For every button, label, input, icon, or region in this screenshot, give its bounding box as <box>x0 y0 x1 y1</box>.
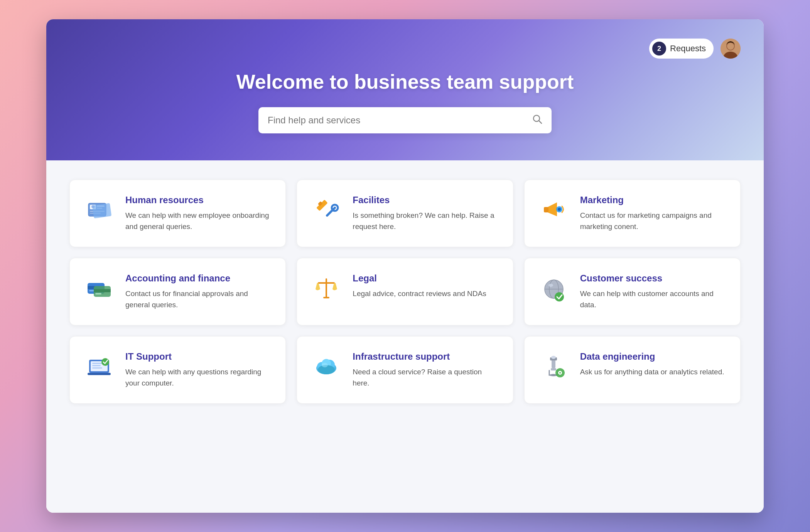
accounting-card-text: Accounting and finance Contact us for fi… <box>125 273 272 310</box>
infra-card-text: Infrastructure support Need a cloud serv… <box>353 351 499 389</box>
data-icon <box>538 351 569 382</box>
main-window: 2 Requests Welcome to business team supp… <box>46 19 764 513</box>
requests-button[interactable]: 2 Requests <box>649 39 714 59</box>
search-input[interactable] <box>268 115 532 126</box>
hr-icon <box>84 195 115 226</box>
marketing-title: Marketing <box>580 195 726 205</box>
it-desc: We can help with any questions regarding… <box>125 367 272 389</box>
svg-rect-40 <box>88 373 111 375</box>
marketing-card-text: Marketing Contact us for marketing campa… <box>580 195 726 232</box>
content-area: Human resources We can help with new emp… <box>46 160 764 513</box>
svg-rect-27 <box>94 289 111 292</box>
card-it[interactable]: IT Support We can help with any question… <box>69 336 286 404</box>
card-customer[interactable]: Customer success We can help with custom… <box>524 258 741 325</box>
svg-rect-14 <box>92 203 111 219</box>
svg-rect-19 <box>544 207 548 212</box>
accounting-icon <box>84 273 115 304</box>
svg-point-21 <box>558 208 561 211</box>
customer-desc: We can help with customer accounts and d… <box>580 288 726 310</box>
marketing-desc: Contact us for marketing campaigns and m… <box>580 210 726 232</box>
data-desc: Ask us for anything data or analytics re… <box>580 367 726 378</box>
svg-rect-43 <box>92 367 102 369</box>
hr-card-text: Human resources We can help with new emp… <box>125 195 272 232</box>
card-hr[interactable]: Human resources We can help with new emp… <box>69 180 286 247</box>
avatar[interactable] <box>721 39 741 59</box>
customer-card-text: Customer success We can help with custom… <box>580 273 726 310</box>
svg-line-5 <box>539 121 542 123</box>
svg-point-36 <box>548 284 553 287</box>
avatar-image <box>721 39 741 59</box>
facilities-icon <box>311 195 342 226</box>
requests-badge: 2 <box>652 42 666 56</box>
facilities-desc: Is something broken? We can help. Raise … <box>353 210 499 232</box>
svg-rect-54 <box>551 368 556 370</box>
search-bar <box>258 107 552 133</box>
svg-rect-15 <box>316 200 328 211</box>
card-facilities[interactable]: Facilites Is something broken? We can he… <box>297 180 513 247</box>
svg-rect-31 <box>323 297 329 298</box>
svg-point-53 <box>551 356 556 359</box>
svg-point-3 <box>727 43 734 50</box>
infra-desc: Need a cloud service? Raise a question h… <box>353 367 499 389</box>
header-topbar: 2 Requests <box>69 39 741 59</box>
card-marketing[interactable]: Marketing Contact us for marketing campa… <box>524 180 741 247</box>
svg-point-58 <box>559 372 561 374</box>
data-card-text: Data engineering Ask us for anything dat… <box>580 351 726 378</box>
legal-card-text: Legal Legal advice, contract reviews and… <box>353 273 499 300</box>
legal-icon <box>311 273 342 304</box>
infra-title: Infrastructure support <box>353 351 499 362</box>
legal-title: Legal <box>353 273 499 284</box>
facilities-card-text: Facilites Is something broken? We can he… <box>353 195 499 232</box>
facilities-title: Facilites <box>353 195 499 205</box>
customer-icon <box>538 273 569 304</box>
infra-icon <box>311 351 342 382</box>
hr-title: Human resources <box>125 195 272 205</box>
svg-point-18 <box>334 207 336 209</box>
it-icon <box>84 351 115 382</box>
hr-desc: We can help with new employee onboarding… <box>125 210 272 232</box>
card-legal[interactable]: Legal Legal advice, contract reviews and… <box>297 258 513 325</box>
svg-point-37 <box>555 292 564 301</box>
cards-grid: Human resources We can help with new emp… <box>69 180 741 404</box>
svg-rect-28 <box>95 293 101 295</box>
card-accounting[interactable]: Accounting and finance Contact us for fi… <box>69 258 286 325</box>
accounting-desc: Contact us for financial approvals and g… <box>125 288 272 310</box>
accounting-title: Accounting and finance <box>125 273 272 284</box>
page-title: Welcome to business team support <box>236 70 574 93</box>
legal-desc: Legal advice, contract reviews and NDAs <box>353 288 499 300</box>
requests-label: Requests <box>670 44 706 54</box>
search-icon[interactable] <box>532 114 542 127</box>
card-infra[interactable]: Infrastructure support Need a cloud serv… <box>297 336 513 404</box>
svg-point-50 <box>322 363 328 367</box>
it-card-text: IT Support We can help with any question… <box>125 351 272 389</box>
customer-title: Customer success <box>580 273 726 284</box>
header: 2 Requests Welcome to business team supp… <box>46 19 764 160</box>
card-data[interactable]: Data engineering Ask us for anything dat… <box>524 336 741 404</box>
data-title: Data engineering <box>580 351 726 362</box>
svg-rect-42 <box>92 365 101 366</box>
svg-point-44 <box>101 358 109 366</box>
marketing-icon <box>538 195 569 226</box>
it-title: IT Support <box>125 351 272 362</box>
